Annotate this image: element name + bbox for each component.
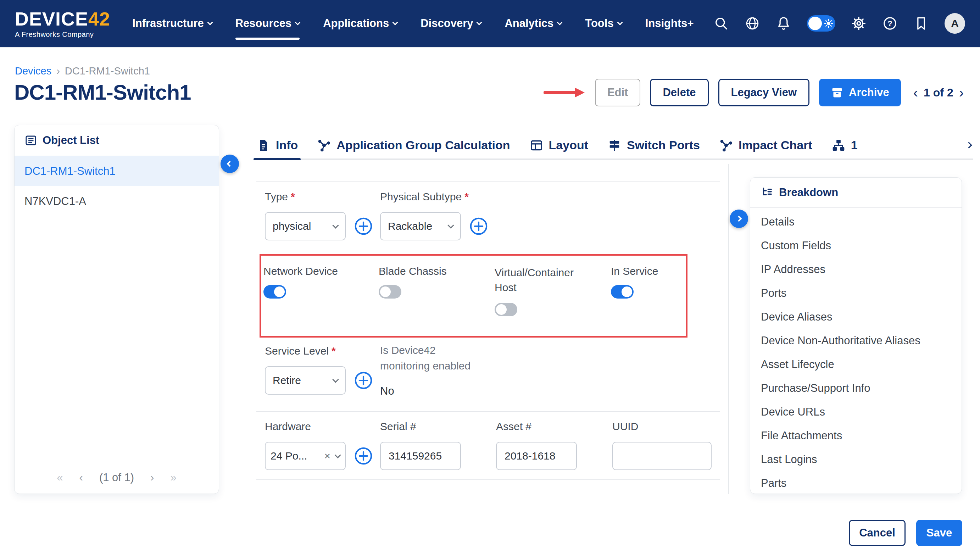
type-value: physical — [273, 220, 333, 232]
breadcrumb: Devices › DC1-RM1-Switch1 — [15, 65, 150, 77]
sidebar-collapse-button[interactable] — [221, 154, 239, 173]
breakdown-item-purchase-support-info[interactable]: Purchase/Support Info — [750, 376, 962, 400]
pager-prev-icon[interactable]: ‹ — [913, 86, 918, 100]
legacy-view-button[interactable]: Legacy View — [718, 79, 810, 107]
chevron-down-icon — [332, 376, 339, 382]
service-level-select[interactable]: Retire — [265, 366, 346, 395]
help-icon[interactable]: ? — [882, 16, 898, 31]
form-row-hardware: Hardware 24 Po... × Serial # Asset # — [265, 420, 720, 470]
page-next-icon[interactable]: › — [150, 471, 154, 484]
add-hardware-button[interactable] — [353, 446, 373, 466]
add-service-level-button[interactable] — [353, 371, 373, 390]
required-asterisk: * — [465, 191, 469, 203]
serial-label: Serial # — [380, 420, 416, 433]
clear-icon[interactable]: × — [324, 450, 331, 462]
service-level-value: Retire — [273, 374, 333, 387]
sun-icon — [824, 18, 834, 29]
breakdown-expand-button[interactable] — [730, 210, 748, 228]
page-first-icon[interactable]: « — [57, 471, 63, 484]
hardware-select[interactable]: 24 Po... × — [265, 442, 346, 470]
chevron-left-icon — [227, 161, 233, 167]
archive-button[interactable]: Archive — [819, 79, 901, 107]
field-hardware: Hardware 24 Po... × — [265, 420, 380, 470]
sitemap-icon — [831, 138, 846, 153]
nav-label: Infrastructure — [132, 17, 204, 30]
chevron-right-icon — [736, 216, 742, 222]
page-last-icon[interactable]: » — [170, 471, 176, 484]
cancel-button[interactable]: Cancel — [849, 520, 905, 546]
breakdown-item-asset-lifecycle[interactable]: Asset Lifecycle — [750, 352, 962, 376]
field-service-level: Service Level* Retire — [265, 342, 380, 398]
monitoring-value: No — [380, 385, 394, 398]
theme-toggle[interactable] — [807, 15, 835, 32]
field-in-service: In Service — [611, 265, 686, 316]
breakdown-item-last-logins[interactable]: Last Logins — [750, 447, 962, 471]
page-prev-icon[interactable]: ‹ — [80, 471, 83, 484]
breadcrumb-devices-link[interactable]: Devices — [15, 65, 51, 77]
chevron-down-icon — [334, 452, 341, 458]
breakdown-item-ip-addresses[interactable]: IP Addresses — [750, 257, 962, 281]
list-item[interactable]: N7KVDC1-A — [14, 186, 219, 216]
hardware-label: Hardware — [265, 420, 311, 433]
pager-label: 1 of 2 — [924, 86, 953, 99]
required-asterisk: * — [331, 345, 336, 357]
divider — [256, 411, 720, 412]
save-button[interactable]: Save — [916, 520, 962, 546]
nav-item-infrastructure[interactable]: Infrastructure — [132, 15, 212, 32]
form-row-service-level: Service Level* Retire Is Device42 monito… — [265, 342, 720, 398]
toggle-knob — [808, 17, 822, 30]
breakdown-item-parts[interactable]: Parts — [750, 471, 962, 494]
tab-impact-chart[interactable]: Impact Chart — [719, 132, 812, 159]
breakdown-item-file-attachments[interactable]: File Attachments — [750, 424, 962, 447]
toggle-knob — [274, 287, 285, 297]
blade-chassis-toggle[interactable] — [379, 285, 401, 299]
asset-label: Asset # — [496, 420, 531, 433]
chevron-right-icon — [966, 142, 972, 148]
asset-input[interactable] — [496, 442, 577, 470]
breakdown-title: Breakdown — [779, 186, 838, 199]
breakdown-item-details[interactable]: Details — [750, 210, 962, 234]
breakdown-item-device-urls[interactable]: Device URLs — [750, 400, 962, 424]
avatar[interactable]: A — [945, 13, 965, 34]
in-service-label: In Service — [611, 265, 658, 277]
physical-subtype-value: Rackable — [388, 220, 449, 232]
bookmark-icon[interactable] — [913, 16, 929, 31]
object-list-header: Object List — [14, 125, 219, 156]
physical-subtype-select[interactable]: Rackable — [380, 212, 461, 240]
network-device-toggle[interactable] — [263, 285, 286, 299]
field-asset: Asset # — [496, 420, 612, 470]
bell-icon[interactable] — [776, 16, 791, 31]
field-uuid: UUID — [612, 420, 720, 470]
list-item[interactable]: DC1-RM1-Switch1 — [14, 156, 219, 186]
breakdown-item-ports[interactable]: Ports — [750, 281, 962, 305]
list-icon — [24, 134, 37, 147]
field-virtual-container-host: Virtual/Container Host — [495, 265, 611, 316]
serial-input[interactable] — [380, 442, 461, 470]
tab-overflow-count[interactable]: 1 — [831, 132, 858, 159]
device42-logo[interactable]: DEVICE42 A Freshworks Company — [15, 9, 110, 38]
add-type-button[interactable] — [353, 216, 373, 236]
uuid-label: UUID — [612, 420, 638, 433]
breakdown-item-device-aliases[interactable]: Device Aliases — [750, 305, 962, 329]
pager-next-icon[interactable]: › — [959, 86, 964, 100]
gear-icon[interactable] — [851, 16, 867, 31]
tabs-next-icon[interactable] — [967, 143, 971, 148]
virtual-container-host-label: Virtual/Container Host — [495, 265, 590, 295]
tab-label: Impact Chart — [738, 138, 812, 152]
breakdown-item-device-non-authoritative-aliases[interactable]: Device Non-Authoritative Aliases — [750, 329, 962, 352]
brand-text: DEVICE42 — [15, 9, 110, 29]
add-physical-subtype-button[interactable] — [469, 216, 488, 236]
breadcrumb-separator: › — [56, 65, 60, 77]
divider — [256, 181, 720, 182]
field-serial: Serial # — [380, 420, 496, 470]
in-service-toggle[interactable] — [611, 285, 633, 299]
breakdown-item-custom-fields[interactable]: Custom Fields — [750, 234, 962, 257]
virtual-container-host-toggle[interactable] — [495, 303, 517, 316]
network-device-label: Network Device — [263, 265, 338, 277]
type-select[interactable]: physical — [265, 212, 346, 240]
tree-list-icon — [761, 186, 774, 199]
globe-icon[interactable] — [745, 16, 760, 31]
breakdown-list: Details Custom Fields IP Addresses Ports… — [750, 208, 962, 494]
field-monitoring: Is Device42 monitoring enabled No — [380, 342, 496, 398]
uuid-input[interactable] — [612, 442, 711, 470]
